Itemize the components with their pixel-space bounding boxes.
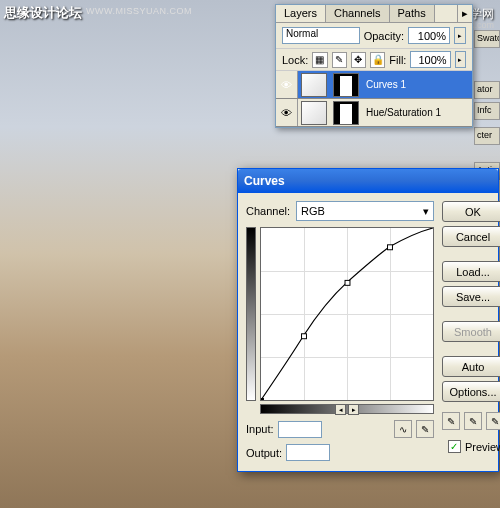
- load-button[interactable]: Load...: [442, 261, 500, 282]
- tab-paths[interactable]: Paths: [390, 5, 435, 22]
- input-label: Input:: [246, 423, 274, 435]
- layer-name[interactable]: Curves 1: [362, 79, 472, 90]
- channel-label: Channel:: [246, 205, 290, 217]
- eye-icon[interactable]: 👁: [281, 107, 292, 119]
- lock-all-icon[interactable]: 🔒: [370, 52, 385, 68]
- pencil-mode-icon[interactable]: ✎: [416, 420, 434, 438]
- mask-thumb-icon: [333, 73, 359, 97]
- chevron-down-icon: ▾: [423, 205, 429, 218]
- svg-rect-1: [302, 334, 307, 339]
- ok-button[interactable]: OK: [442, 201, 500, 222]
- tab-channels[interactable]: Channels: [326, 5, 389, 22]
- save-button[interactable]: Save...: [442, 286, 500, 307]
- lock-image-icon[interactable]: ✎: [332, 52, 347, 68]
- auto-button[interactable]: Auto: [442, 356, 500, 377]
- docked-tabs: Swatch ator Infc cter Action: [474, 30, 500, 183]
- lock-position-icon[interactable]: ✥: [351, 52, 366, 68]
- lock-transparent-icon[interactable]: ▦: [312, 52, 327, 68]
- curve-grid[interactable]: [260, 227, 434, 401]
- layer-row-huesat[interactable]: 👁 Hue/Saturation 1: [276, 99, 472, 127]
- preview-label: Preview: [465, 441, 500, 453]
- layer-list: 👁 Curves 1 👁 Hue/Saturation 1: [276, 71, 472, 127]
- opacity-label: Opacity:: [364, 30, 404, 42]
- svg-rect-2: [345, 280, 350, 285]
- channel-value: RGB: [301, 205, 325, 217]
- curve-mode-icon[interactable]: ∿: [394, 420, 412, 438]
- svg-rect-0: [261, 398, 264, 400]
- tab-layers[interactable]: Layers: [276, 5, 326, 22]
- adjustment-thumb-icon: [301, 101, 327, 125]
- mask-thumb-icon: [333, 101, 359, 125]
- grid-size-small-icon[interactable]: ◂: [335, 404, 346, 415]
- layer-row-curves[interactable]: 👁 Curves 1: [276, 71, 472, 99]
- smooth-button: Smooth: [442, 321, 500, 342]
- fill-label: Fill:: [389, 54, 406, 66]
- layer-name[interactable]: Hue/Saturation 1: [362, 107, 472, 118]
- cancel-button[interactable]: Cancel: [442, 226, 500, 247]
- curves-dialog: Curves Channel: RGB ▾: [237, 168, 499, 472]
- watermark-top-left: 思缘设计论坛: [4, 4, 82, 22]
- opacity-flyout-icon[interactable]: ▸: [454, 27, 466, 44]
- channel-select[interactable]: RGB ▾: [296, 201, 434, 221]
- watermark-top-left-url: WWW.MISSYUAN.COM: [86, 6, 192, 16]
- grid-size-large-icon[interactable]: ▸: [348, 404, 359, 415]
- eye-icon[interactable]: 👁: [281, 79, 292, 91]
- side-tab-navigator[interactable]: ator: [474, 81, 500, 99]
- output-field[interactable]: [286, 444, 330, 461]
- side-tab-character[interactable]: cter: [474, 127, 500, 145]
- layers-panel: Layers Channels Paths ▸ Normal Opacity: …: [275, 4, 473, 128]
- opacity-input[interactable]: 100%: [408, 27, 450, 44]
- panel-menu-icon[interactable]: ▸: [457, 5, 472, 22]
- eyedropper-black-icon[interactable]: ✎: [442, 412, 460, 430]
- output-gradient-bar: [246, 227, 256, 401]
- lock-label: Lock:: [282, 54, 308, 66]
- blend-mode-select[interactable]: Normal: [282, 27, 360, 44]
- fill-input[interactable]: 100%: [410, 51, 450, 68]
- input-gradient-bar: ◂ ▸: [260, 404, 434, 414]
- options-button[interactable]: Options...: [442, 381, 500, 402]
- adjustment-thumb-icon: [301, 73, 327, 97]
- fill-flyout-icon[interactable]: ▸: [455, 51, 466, 68]
- eyedropper-gray-icon[interactable]: ✎: [464, 412, 482, 430]
- eyedropper-white-icon[interactable]: ✎: [486, 412, 500, 430]
- preview-checkbox[interactable]: ✓: [448, 440, 461, 453]
- side-tab-swatch[interactable]: Swatch: [474, 30, 500, 48]
- svg-rect-3: [388, 245, 393, 250]
- output-label: Output:: [246, 447, 282, 459]
- panel-tab-bar: Layers Channels Paths ▸: [276, 5, 472, 23]
- side-tab-info[interactable]: Infc: [474, 102, 500, 120]
- dialog-titlebar[interactable]: Curves: [238, 169, 498, 193]
- input-field[interactable]: [278, 421, 322, 438]
- curve-line[interactable]: [261, 228, 433, 400]
